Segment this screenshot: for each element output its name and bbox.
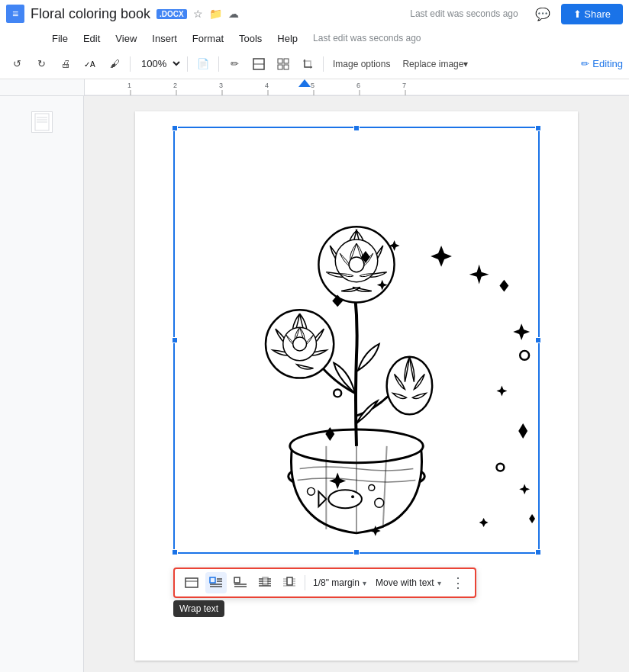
move-with-text-dropdown[interactable]: Move with text ▾ xyxy=(373,572,444,593)
pen-tool-button[interactable]: ✏ xyxy=(224,53,245,75)
svg-text:7: 7 xyxy=(402,82,406,89)
docx-badge: .DOCX xyxy=(156,9,187,19)
handle-middle-right[interactable] xyxy=(535,337,541,343)
inline-layout-button[interactable] xyxy=(181,572,202,593)
margin-dropdown[interactable]: 1/8" margin ▾ xyxy=(310,572,369,593)
svg-rect-4 xyxy=(284,59,289,63)
zoom-select[interactable]: 100% 75% 125% 150% xyxy=(135,56,182,72)
handle-top-middle[interactable] xyxy=(353,125,360,131)
handle-bottom-right[interactable] xyxy=(535,549,541,555)
floral-illustration xyxy=(175,128,538,552)
svg-rect-5 xyxy=(278,65,282,69)
img-toolbar-separator xyxy=(305,575,305,590)
svg-text:1: 1 xyxy=(127,82,131,89)
menu-edit[interactable]: Edit xyxy=(77,31,106,46)
svg-rect-3 xyxy=(278,59,282,63)
ruler-container: 1 2 3 4 5 6 7 xyxy=(0,79,629,96)
app-icon: ≡ xyxy=(6,5,24,23)
menu-format[interactable]: Format xyxy=(186,31,230,46)
svg-point-47 xyxy=(496,464,504,471)
toolbar: ↺ ↻ 🖨 ✓A 🖌 100% 75% 125% 150% 📄 ✏ Image … xyxy=(0,49,629,79)
document-page: 1/8" margin ▾ Move with text ▾ ⋮ Wrap te… xyxy=(135,111,578,661)
move-dropdown-arrow: ▾ xyxy=(437,579,441,587)
menu-view[interactable]: View xyxy=(109,31,143,46)
doc-area[interactable]: 1/8" margin ▾ Move with text ▾ ⋮ Wrap te… xyxy=(84,96,629,672)
doc-title[interactable]: Floral coloring book xyxy=(31,6,150,22)
menu-insert[interactable]: Insert xyxy=(146,31,183,46)
behind-text-button[interactable] xyxy=(254,572,276,593)
page-thumbnail[interactable] xyxy=(31,111,53,133)
spellcheck-button[interactable]: ✓A xyxy=(79,53,101,75)
separator-2 xyxy=(187,56,188,72)
svg-point-43 xyxy=(293,337,307,351)
separator-1 xyxy=(130,56,131,72)
handle-top-left[interactable] xyxy=(172,125,178,131)
svg-text:✓A: ✓A xyxy=(84,60,95,69)
menu-file[interactable]: File xyxy=(46,31,74,46)
svg-text:5: 5 xyxy=(311,82,314,89)
svg-point-44 xyxy=(387,357,432,414)
menu-help[interactable]: Help xyxy=(271,31,304,46)
wrap-text-button[interactable] xyxy=(205,572,227,593)
main-area: 1/8" margin ▾ Move with text ▾ ⋮ Wrap te… xyxy=(0,96,629,672)
svg-point-40 xyxy=(349,257,364,272)
more-styles-button[interactable] xyxy=(273,53,294,75)
wrap-text-tooltip: Wrap text xyxy=(173,600,224,617)
folder-icon[interactable]: 📁 xyxy=(209,8,222,20)
svg-point-34 xyxy=(351,495,354,498)
image-options-button[interactable]: Image options xyxy=(328,53,395,75)
more-options-button[interactable]: ⋮ xyxy=(447,572,469,593)
last-saved: Last edit was seconds ago xyxy=(410,8,518,19)
svg-text:4: 4 xyxy=(265,82,269,89)
replace-image-button[interactable]: Replace image ▾ xyxy=(398,53,473,75)
editing-mode-button[interactable]: ✏ Editing xyxy=(581,58,623,69)
svg-rect-67 xyxy=(287,577,292,585)
svg-rect-50 xyxy=(210,577,215,583)
svg-rect-6 xyxy=(284,65,289,69)
ruler: 1 2 3 4 5 6 7 xyxy=(84,79,629,95)
svg-rect-55 xyxy=(234,577,240,583)
svg-marker-22 xyxy=(298,79,311,87)
image-container[interactable]: 1/8" margin ▾ Move with text ▾ ⋮ Wrap te… xyxy=(173,127,540,554)
svg-point-46 xyxy=(334,389,341,397)
svg-text:6: 6 xyxy=(356,82,360,89)
menu-tools[interactable]: Tools xyxy=(233,31,268,46)
image-inline-toolbar: 1/8" margin ▾ Move with text ▾ ⋮ xyxy=(173,568,476,598)
last-edit-menu: Last edit was seconds ago xyxy=(313,33,421,43)
print-button[interactable]: 🖨 xyxy=(55,53,76,75)
handle-middle-left[interactable] xyxy=(172,337,178,343)
handle-bottom-middle[interactable] xyxy=(353,549,360,555)
svg-rect-62 xyxy=(263,577,268,585)
title-bar: ≡ Floral coloring book .DOCX ☆ 📁 ☁ Last … xyxy=(0,0,629,27)
separator-4 xyxy=(323,56,324,72)
svg-point-32 xyxy=(328,490,362,508)
svg-point-45 xyxy=(520,351,529,360)
margin-dropdown-arrow: ▾ xyxy=(363,579,366,587)
crop-button[interactable] xyxy=(297,53,318,75)
cloud-icon[interactable]: ☁ xyxy=(228,8,239,20)
header-actions: 💬 ⬆ Share xyxy=(531,2,623,26)
page-break-button[interactable]: 📄 xyxy=(192,53,214,75)
left-panel xyxy=(0,96,84,672)
star-icon[interactable]: ☆ xyxy=(193,8,203,20)
handle-bottom-left[interactable] xyxy=(172,549,178,555)
front-text-button[interactable] xyxy=(279,572,300,593)
share-button[interactable]: ⬆ Share xyxy=(561,4,623,24)
paint-format-button[interactable]: 🖌 xyxy=(104,53,125,75)
svg-text:2: 2 xyxy=(173,82,177,89)
undo-button[interactable]: ↺ xyxy=(6,53,27,75)
svg-text:3: 3 xyxy=(219,82,223,89)
menu-bar: File Edit View Insert Format Tools Help … xyxy=(0,27,629,49)
border-style-button[interactable] xyxy=(248,53,269,75)
redo-button[interactable]: ↻ xyxy=(31,53,52,75)
handle-top-right[interactable] xyxy=(535,125,541,131)
separator-3 xyxy=(218,56,219,72)
svg-rect-48 xyxy=(185,578,198,587)
comment-button[interactable]: 💬 xyxy=(531,2,555,26)
break-text-button[interactable] xyxy=(230,572,251,593)
